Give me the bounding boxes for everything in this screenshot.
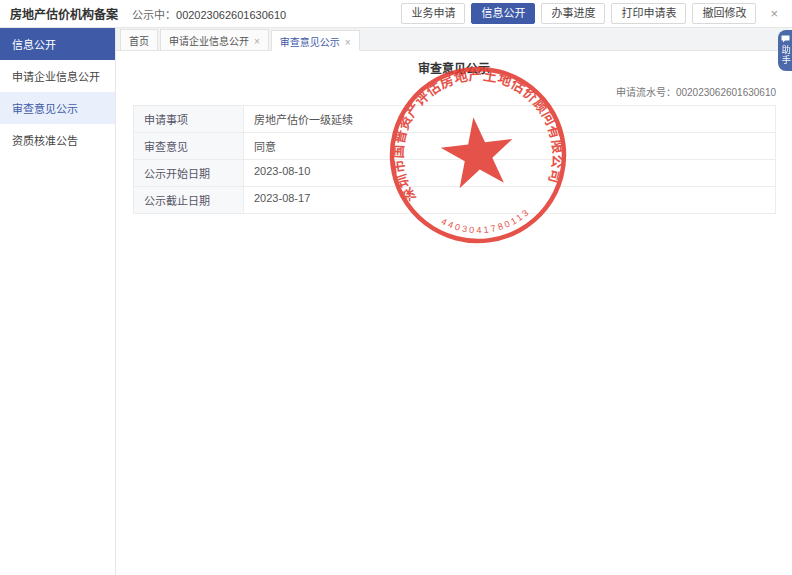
content-panel: 首页 申请企业信息公开 × 审查意见公示 × 审查意见公示 申请流水号：0020… xyxy=(116,28,792,575)
table-row: 公示截止日期 2023-08-17 xyxy=(134,187,775,214)
assistant-label: 助手 xyxy=(779,45,790,65)
sidebar-item-qualification-notice[interactable]: 资质核准公告 xyxy=(0,124,115,156)
progress-button[interactable]: 办事进度 xyxy=(541,3,605,24)
close-icon[interactable]: × xyxy=(770,6,778,21)
publicity-label: 公示中： xyxy=(132,9,176,21)
topbar-actions: 业务申请 信息公开 办事进度 打印申请表 撤回修改 × xyxy=(395,3,784,24)
review-table: 申请事项 房地产估价一级延续 审查意见 同意 公示开始日期 2023-08-10… xyxy=(133,105,776,214)
row-value: 房地产估价一级延续 xyxy=(244,106,775,132)
print-application-button[interactable]: 打印申请表 xyxy=(611,3,686,24)
row-label: 公示开始日期 xyxy=(134,160,244,186)
page-title: 审查意见公示 xyxy=(116,59,792,76)
table-row: 公示开始日期 2023-08-10 xyxy=(134,160,775,187)
table-row: 审查意见 同意 xyxy=(134,133,775,160)
publicity-number: 公示中：002023062601630610 xyxy=(132,6,286,22)
sidebar: 信息公开 申请企业信息公开 审查意见公示 资质核准公告 xyxy=(0,28,116,575)
row-label: 审查意见 xyxy=(134,133,244,159)
withdraw-modify-button[interactable]: 撤回修改 xyxy=(692,3,756,24)
tab-strip: 首页 申请企业信息公开 × 审查意见公示 × xyxy=(116,28,792,51)
sidebar-item-review-opinion[interactable]: 审查意见公示 xyxy=(0,92,115,124)
serial-label: 申请流水号： xyxy=(616,87,676,98)
tab-review-opinion-label: 审查意见公示 xyxy=(280,35,340,50)
sidebar-title: 信息公开 xyxy=(0,28,115,60)
row-label: 公示截止日期 xyxy=(134,187,244,213)
tab-home[interactable]: 首页 xyxy=(120,29,158,50)
row-value: 2023-08-17 xyxy=(244,187,775,213)
publicity-no: 002023062601630610 xyxy=(176,9,286,21)
top-bar: 房地产估价机构备案 公示中：002023062601630610 业务申请 信息… xyxy=(0,0,792,28)
row-value: 同意 xyxy=(244,133,775,159)
main-area: 信息公开 申请企业信息公开 审查意见公示 资质核准公告 首页 申请企业信息公开 … xyxy=(0,28,792,575)
tab-home-label: 首页 xyxy=(129,34,149,49)
tab-review-opinion[interactable]: 审查意见公示 × xyxy=(271,30,360,51)
serial-number: 申请流水号：002023062601630610 xyxy=(116,84,776,99)
tab-close-icon[interactable]: × xyxy=(345,35,351,50)
sidebar-item-enterprise-info[interactable]: 申请企业信息公开 xyxy=(0,60,115,92)
chat-bubble-icon xyxy=(781,35,790,43)
business-apply-button[interactable]: 业务申请 xyxy=(401,3,465,24)
tab-enterprise-info[interactable]: 申请企业信息公开 × xyxy=(160,29,269,50)
app-title: 房地产估价机构备案 xyxy=(10,5,118,22)
row-label: 申请事项 xyxy=(134,106,244,132)
info-disclosure-button[interactable]: 信息公开 xyxy=(471,3,535,24)
tab-close-icon[interactable]: × xyxy=(254,34,260,49)
table-row: 申请事项 房地产估价一级延续 xyxy=(134,106,775,133)
assistant-button[interactable]: 助手 xyxy=(778,30,792,71)
row-value: 2023-08-10 xyxy=(244,160,775,186)
tab-enterprise-info-label: 申请企业信息公开 xyxy=(169,34,249,49)
serial-no: 002023062601630610 xyxy=(676,87,776,98)
